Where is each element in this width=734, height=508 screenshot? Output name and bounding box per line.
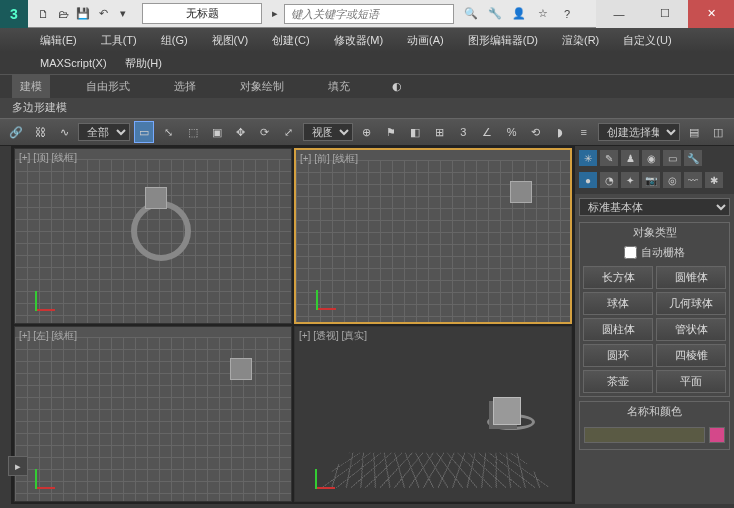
rotate-icon[interactable]: ⟳ — [255, 121, 275, 143]
box-button[interactable]: 长方体 — [583, 266, 653, 289]
redo-icon[interactable]: ▾ — [114, 5, 132, 23]
menu-edit[interactable]: 编辑(E) — [40, 33, 77, 48]
viewport-front[interactable]: [+] [前] [线框] — [294, 148, 572, 324]
object-box[interactable] — [230, 358, 252, 380]
tab-modeling[interactable]: 建模 — [12, 75, 50, 98]
viewport-label[interactable]: [+] [顶] [线框] — [19, 151, 77, 165]
app-logo-icon[interactable]: 3 — [0, 0, 28, 28]
spinner-snap-icon[interactable]: ⟲ — [526, 121, 546, 143]
binoculars-icon[interactable]: 🔍 — [462, 5, 480, 23]
hierarchy-tab-icon[interactable]: ♟ — [621, 150, 639, 166]
scale-icon[interactable]: ⤢ — [279, 121, 299, 143]
cone-button[interactable]: 圆锥体 — [656, 266, 726, 289]
region-icon[interactable]: ⬚ — [182, 121, 202, 143]
minimize-button[interactable]: — — [596, 0, 642, 28]
maximize-button[interactable]: ☐ — [642, 0, 688, 28]
systems-icon[interactable]: ✱ — [705, 172, 723, 188]
align-icon[interactable]: ≡ — [574, 121, 594, 143]
menu-graph[interactable]: 图形编辑器(D) — [468, 33, 538, 48]
keymode-icon[interactable]: ◧ — [405, 121, 425, 143]
autogrid-checkbox[interactable] — [624, 246, 637, 259]
lights-icon[interactable]: ✦ — [621, 172, 639, 188]
user-icon[interactable]: 👤 — [510, 5, 528, 23]
manip-icon[interactable]: ⚑ — [381, 121, 401, 143]
schematic-icon[interactable]: ◫ — [708, 121, 728, 143]
cylinder-button[interactable]: 圆柱体 — [583, 318, 653, 341]
star-icon[interactable]: ☆ — [534, 5, 552, 23]
primitive-type-select[interactable]: 标准基本体 — [579, 198, 730, 216]
menu-help[interactable]: 帮助(H) — [125, 56, 162, 71]
viewport-label[interactable]: [+] [左] [线框] — [19, 329, 77, 343]
snap-icon[interactable]: ⊞ — [429, 121, 449, 143]
play-button[interactable]: ▸ — [8, 456, 28, 476]
open-icon[interactable]: 🗁 — [54, 5, 72, 23]
mirror-icon[interactable]: ◗ — [550, 121, 570, 143]
helpers-icon[interactable]: ◎ — [663, 172, 681, 188]
save-icon[interactable]: 💾 — [74, 5, 92, 23]
spacewarp-icon[interactable]: 〰 — [684, 172, 702, 188]
search-input[interactable] — [284, 4, 454, 24]
shapes-icon[interactable]: ◔ — [600, 172, 618, 188]
pivot-icon[interactable]: ⊕ — [357, 121, 377, 143]
layer-icon[interactable]: ▤ — [684, 121, 704, 143]
object-box[interactable] — [510, 181, 532, 203]
menu-modifiers[interactable]: 修改器(M) — [334, 33, 384, 48]
object-name-input[interactable] — [584, 427, 705, 443]
ribbon-subtab[interactable]: 多边形建模 — [0, 98, 734, 118]
modify-tab-icon[interactable]: ✎ — [600, 150, 618, 166]
viewport-label[interactable]: [+] [透视] [真实] — [299, 329, 367, 343]
select-name-icon[interactable]: ⤡ — [158, 121, 178, 143]
utilities-tab-icon[interactable]: 🔧 — [684, 150, 702, 166]
tab-select[interactable]: 选择 — [166, 75, 204, 98]
menu-tools[interactable]: 工具(T) — [101, 33, 137, 48]
window-icon[interactable]: ▣ — [207, 121, 227, 143]
plane-button[interactable]: 平面 — [656, 370, 726, 393]
filter-select[interactable]: 全部 — [78, 123, 130, 141]
geometry-icon[interactable]: ● — [579, 172, 597, 188]
key-icon[interactable]: 🔧 — [486, 5, 504, 23]
ribbon-toggle-icon[interactable]: ◐ — [386, 76, 408, 98]
teapot-button[interactable]: 茶壶 — [583, 370, 653, 393]
viewport-perspective[interactable]: [+] [透视] [真实] — [294, 326, 572, 502]
new-icon[interactable]: 🗋 — [34, 5, 52, 23]
close-button[interactable]: ✕ — [688, 0, 734, 28]
coord-select[interactable]: 视图 — [303, 123, 353, 141]
menu-views[interactable]: 视图(V) — [212, 33, 249, 48]
viewcube-ring[interactable] — [131, 201, 191, 261]
snap3-icon[interactable]: 3 — [453, 121, 473, 143]
object-box[interactable] — [493, 397, 521, 425]
tube-button[interactable]: 管状体 — [656, 318, 726, 341]
tab-objpaint[interactable]: 对象绘制 — [232, 75, 292, 98]
title-dropdown-icon[interactable]: ▸ — [266, 5, 284, 23]
menu-render[interactable]: 渲染(R) — [562, 33, 599, 48]
sphere-button[interactable]: 球体 — [583, 292, 653, 315]
selection-set-select[interactable]: 创建选择集 — [598, 123, 680, 141]
menu-group[interactable]: 组(G) — [161, 33, 188, 48]
percent-snap-icon[interactable]: % — [502, 121, 522, 143]
tab-fill[interactable]: 填充 — [320, 75, 358, 98]
menu-create[interactable]: 创建(C) — [272, 33, 309, 48]
viewport-top[interactable]: [+] [顶] [线框] — [14, 148, 292, 324]
section-title[interactable]: 对象类型 — [580, 223, 729, 242]
menu-animation[interactable]: 动画(A) — [407, 33, 444, 48]
create-tab-icon[interactable]: ✳ — [579, 150, 597, 166]
undo-icon[interactable]: ↶ — [94, 5, 112, 23]
help-icon[interactable]: ? — [558, 5, 576, 23]
color-swatch[interactable] — [709, 427, 725, 443]
viewport-label[interactable]: [+] [前] [线框] — [300, 152, 358, 166]
geosphere-button[interactable]: 几何球体 — [656, 292, 726, 315]
bind-icon[interactable]: ∿ — [54, 121, 74, 143]
torus-button[interactable]: 圆环 — [583, 344, 653, 367]
tab-freeform[interactable]: 自由形式 — [78, 75, 138, 98]
menu-maxscript[interactable]: MAXScript(X) — [40, 57, 107, 69]
viewport-left[interactable]: [+] [左] [线框] — [14, 326, 292, 502]
cameras-icon[interactable]: 📷 — [642, 172, 660, 188]
move-icon[interactable]: ✥ — [231, 121, 251, 143]
object-box[interactable] — [145, 187, 167, 209]
section-title[interactable]: 名称和颜色 — [580, 402, 729, 421]
display-tab-icon[interactable]: ▭ — [663, 150, 681, 166]
menu-custom[interactable]: 自定义(U) — [623, 33, 671, 48]
link-icon[interactable]: 🔗 — [6, 121, 26, 143]
unlink-icon[interactable]: ⛓ — [30, 121, 50, 143]
select-tool-icon[interactable]: ▭ — [134, 121, 154, 143]
